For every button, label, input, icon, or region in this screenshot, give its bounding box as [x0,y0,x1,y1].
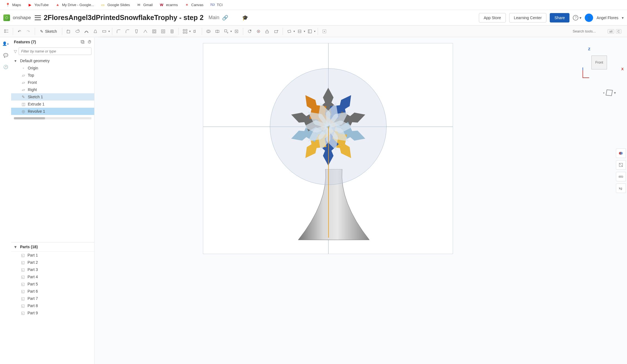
dropdown-icon[interactable]: ▾ [189,30,191,33]
appstore-button[interactable]: App Store [479,13,506,22]
svg-rect-1 [4,32,6,32]
shell-icon[interactable] [150,27,158,36]
shortcut-key: alt [608,29,614,34]
svg-rect-0 [4,30,6,31]
svg-point-29 [248,30,251,33]
svg-point-31 [257,30,260,33]
user-name[interactable]: Angel Flores [596,16,618,20]
svg-rect-34 [266,31,268,33]
tool-search: alt C [569,29,625,34]
svg-rect-40 [323,30,326,33]
svg-rect-15 [183,29,185,31]
svg-rect-10 [161,30,165,33]
loft-icon[interactable] [91,27,99,36]
svg-rect-35 [275,31,277,33]
sketch-label: Sketch [45,29,57,34]
toolbar: ↶ ↷ ✎Sketch ▾ ▾ ▾ ▾ ▾ ▾ alt C [0,26,627,37]
svg-line-32 [258,31,259,32]
education-icon[interactable]: 🎓 [242,15,248,21]
dropdown-icon[interactable]: ▾ [304,30,305,33]
plane-icon[interactable] [285,27,293,36]
svg-point-11 [162,31,164,32]
search-input[interactable] [573,29,606,33]
svg-rect-9 [153,31,155,32]
svg-rect-8 [153,30,156,33]
help-menu[interactable]: ?▾ [573,15,581,21]
app-header: ⬡ onshape 2FloresAngel3dPrintedSnowflake… [0,10,627,26]
share-button[interactable]: Share [550,13,569,22]
bookmarks-bar: 📍Maps ▶YouTube 🔺My Drive - Google... ▭Go… [0,0,627,10]
bookmark-canvas[interactable]: ✶Canvas [185,3,203,7]
shortcut-key: C [616,29,621,34]
dropdown-icon[interactable]: ▾ [108,30,110,33]
user-menu-chevron-icon[interactable]: ▾ [622,16,624,20]
svg-point-21 [206,30,209,33]
svg-point-6 [76,30,79,32]
bookmark-drive[interactable]: 🔺My Drive - Google... [55,3,94,7]
bookmark-ecarms[interactable]: Wecarms [159,3,178,7]
thicken-icon[interactable] [100,27,108,36]
svg-point-30 [250,30,251,31]
delete-part-icon[interactable] [232,27,241,36]
draft-icon[interactable] [132,27,141,36]
onshape-logo[interactable]: ⬡ [3,14,10,21]
svg-line-27 [236,31,237,32]
svg-rect-4 [67,30,70,33]
svg-line-33 [258,31,259,32]
brand-text: onshape [13,15,31,21]
bookmark-slides[interactable]: ▭Google Slides [101,3,130,7]
tab-name[interactable]: Main [208,15,219,21]
svg-point-41 [324,31,325,32]
boolean-icon[interactable] [204,27,213,36]
svg-rect-17 [183,32,185,33]
mirror-icon[interactable] [191,27,200,36]
sketch-button[interactable]: ✎Sketch [37,28,60,35]
svg-rect-7 [103,31,106,32]
svg-rect-26 [235,30,238,33]
bookmark-maps[interactable]: 📍Maps [6,3,21,7]
bookmark-tci[interactable]: TCITCI [210,3,223,7]
delete-face-icon[interactable] [254,27,263,36]
sweep-icon[interactable] [82,27,91,36]
configure-icon[interactable] [2,27,11,36]
bookmark-gmail[interactable]: ✉Gmail [136,3,153,7]
pattern-icon[interactable] [168,27,176,36]
document-title[interactable]: 2FloresAngel3dPrintedSnowflakeTrophy - s… [44,14,203,22]
split-icon[interactable] [213,27,222,36]
svg-point-22 [208,30,210,33]
svg-rect-19 [194,30,195,32]
linear-pattern-icon[interactable] [181,27,189,36]
svg-rect-12 [171,30,173,33]
transform-icon[interactable] [222,27,230,36]
menu-icon[interactable] [35,15,41,20]
revolve-icon[interactable] [73,27,82,36]
surface-icon[interactable] [306,27,314,36]
user-avatar-icon[interactable]: 👤 [585,14,593,22]
curve-icon[interactable] [295,27,304,36]
svg-line-28 [236,31,237,32]
extrude-icon[interactable] [64,27,73,36]
rib-icon[interactable] [141,27,150,36]
svg-rect-16 [186,29,187,31]
select-icon[interactable] [320,27,329,36]
link-icon[interactable]: 🔗 [222,15,228,21]
svg-rect-25 [225,30,227,32]
dropdown-icon[interactable]: ▾ [230,30,232,33]
svg-rect-39 [308,30,310,33]
hole-icon[interactable] [159,27,167,36]
svg-rect-23 [216,30,219,32]
learning-button[interactable]: Learning Center [509,13,546,22]
redo-icon[interactable]: ↷ [24,27,33,36]
svg-rect-18 [186,32,187,33]
move-face-icon[interactable] [263,27,272,36]
fillet-icon[interactable] [115,27,123,36]
dropdown-icon[interactable]: ▾ [293,30,295,33]
modify-fillet-icon[interactable] [245,27,254,36]
svg-rect-38 [308,30,312,33]
svg-rect-36 [298,30,301,33]
dropdown-icon[interactable]: ▾ [314,30,315,33]
replace-face-icon[interactable] [272,27,280,36]
bookmark-youtube[interactable]: ▶YouTube [28,3,49,7]
undo-icon[interactable]: ↶ [15,27,24,36]
chamfer-icon[interactable] [123,27,132,36]
